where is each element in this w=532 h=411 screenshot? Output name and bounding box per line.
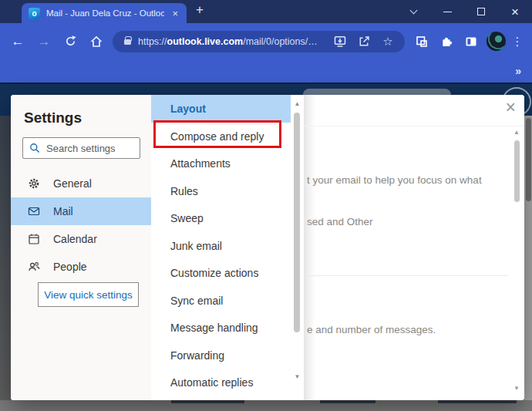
settings-dialog: Settings General Mail: [11, 95, 524, 400]
new-tab-button[interactable]: +: [196, 2, 204, 18]
content-scrollbar[interactable]: ▲ ▼: [511, 95, 522, 400]
menu-item-layout[interactable]: Layout: [151, 95, 291, 123]
url-domain: outlook.live.com: [167, 36, 244, 47]
home-icon: [89, 35, 103, 49]
forward-button[interactable]: →: [31, 29, 57, 55]
scroll-down-icon[interactable]: ▼: [511, 385, 522, 392]
menu-item-sweep[interactable]: Sweep: [151, 205, 291, 233]
sidebar-item-people[interactable]: People: [11, 253, 151, 281]
menu-item-sync-email[interactable]: Sync email: [151, 287, 291, 315]
menu-item-attachments[interactable]: Attachments: [151, 150, 291, 178]
outlook-favicon-icon: o: [29, 8, 40, 19]
url-path: /mail/0/options/…: [243, 36, 318, 47]
settings-search-input[interactable]: [46, 143, 133, 154]
screenshot-extension-button[interactable]: [409, 29, 434, 55]
minimize-icon: [443, 12, 452, 12]
annotation-red-rectangle: [153, 120, 281, 148]
sidebar-item-label: People: [53, 261, 87, 273]
sidebar-item-label: Calendar: [53, 233, 97, 245]
menu-item-rules[interactable]: Rules: [151, 177, 291, 205]
address-bar[interactable]: https://outlook.live.com/mail/0/options/…: [113, 31, 405, 52]
content-divider: [307, 275, 507, 276]
browser-tab[interactable]: o Mail - Juan Dela Cruz - Outlook ×: [22, 3, 187, 23]
window-minimize-button[interactable]: [430, 0, 464, 23]
back-button[interactable]: ←: [5, 29, 31, 55]
bookmarks-bar: »: [0, 59, 532, 83]
chevron-down-icon: [409, 7, 417, 15]
dimmed-text-fragment: [171, 400, 244, 403]
sidebar-item-calendar[interactable]: Calendar: [11, 225, 151, 253]
calendar-icon: [28, 233, 40, 245]
people-icon: [28, 261, 40, 273]
sidebar-item-label: Mail: [53, 205, 73, 217]
sidebar-item-mail[interactable]: Mail: [11, 197, 151, 225]
mail-icon: [28, 205, 40, 217]
menu-item-customize-actions[interactable]: Customize actions: [151, 260, 291, 288]
window-controls: ×: [396, 0, 532, 23]
side-panel-button[interactable]: [459, 29, 483, 55]
menu-item-junk-email[interactable]: Junk email: [151, 232, 291, 260]
settings-sidebar: Settings General Mail: [11, 95, 151, 400]
capture-icon: [415, 35, 429, 49]
side-panel-icon: [464, 35, 478, 49]
maximize-icon: [477, 8, 485, 15]
tab-close-icon[interactable]: ×: [170, 8, 180, 19]
dimmed-text-fragment: [438, 400, 517, 403]
view-quick-settings-button[interactable]: View quick settings: [38, 282, 139, 307]
sidebar-item-label: General: [53, 177, 92, 190]
scroll-down-icon[interactable]: ▼: [291, 373, 304, 380]
dimmed-page-bottom-strip: [0, 400, 532, 411]
bookmarks-overflow-button[interactable]: »: [515, 65, 521, 77]
browser-titlebar: o Mail - Juan Dela Cruz - Outlook × + ×: [0, 0, 532, 23]
menu-item-message-handling[interactable]: Message handling: [151, 315, 291, 342]
share-button[interactable]: [357, 35, 371, 49]
menu-item-automatic-replies[interactable]: Automatic replies: [151, 369, 291, 397]
browser-toolbar: ← → https://outlook.live.com/mail/0/opti…: [0, 23, 532, 59]
content-text-fragment: sed and Other: [307, 216, 373, 227]
content-text-fragment: e and number of messages.: [307, 324, 436, 335]
browser-menu-button[interactable]: ⋮: [509, 35, 526, 49]
bookmark-star-button[interactable]: ☆: [381, 35, 395, 49]
dimmed-text-fragment: [320, 400, 375, 403]
scroll-up-icon[interactable]: ▲: [291, 100, 304, 107]
settings-panel-title: Settings: [24, 109, 151, 126]
gear-icon: [28, 177, 40, 190]
content-text-fragment: t your email to help you focus on what: [307, 174, 482, 186]
save-page-button[interactable]: [333, 35, 347, 49]
browser-profile-avatar[interactable]: [487, 32, 506, 51]
menu-scrollbar-thumb[interactable]: [294, 113, 300, 332]
mail-settings-menu: Layout Compose and reply Attachments Rul…: [151, 95, 304, 400]
tab-title: Mail - Juan Dela Cruz - Outlook: [46, 8, 164, 18]
sidebar-item-general[interactable]: General: [11, 170, 151, 197]
extensions-button[interactable]: [434, 29, 459, 55]
lock-icon[interactable]: [124, 39, 131, 45]
url-scheme: https://: [138, 36, 167, 47]
dimmed-page-scrollbar-thumb: [526, 118, 531, 201]
dimmed-page-left-strip: [0, 116, 11, 400]
share-icon: [358, 35, 371, 48]
settings-content-pane: × t your email to help you focus on what…: [304, 95, 524, 400]
window-chevron-button[interactable]: [396, 0, 430, 23]
url-text: https://outlook.live.com/mail/0/options/…: [138, 36, 318, 47]
reload-icon: [64, 35, 77, 48]
download-screen-icon: [333, 35, 347, 49]
search-icon: [29, 143, 40, 153]
puzzle-icon: [440, 35, 453, 48]
settings-search-box[interactable]: [22, 137, 140, 159]
menu-item-forwarding[interactable]: Forwarding: [151, 342, 291, 369]
content-header-divider: [304, 126, 524, 126]
content-scrollbar-thumb[interactable]: [514, 140, 520, 202]
menu-scrollbar[interactable]: ▲ ▼: [291, 95, 304, 400]
settings-nav-list: General Mail Calendar: [11, 170, 151, 281]
reload-button[interactable]: [57, 29, 83, 55]
scroll-up-icon[interactable]: ▲: [511, 129, 522, 136]
window-close-button[interactable]: ×: [498, 0, 532, 23]
window-maximize-button[interactable]: [464, 0, 498, 23]
home-button[interactable]: [83, 29, 109, 55]
